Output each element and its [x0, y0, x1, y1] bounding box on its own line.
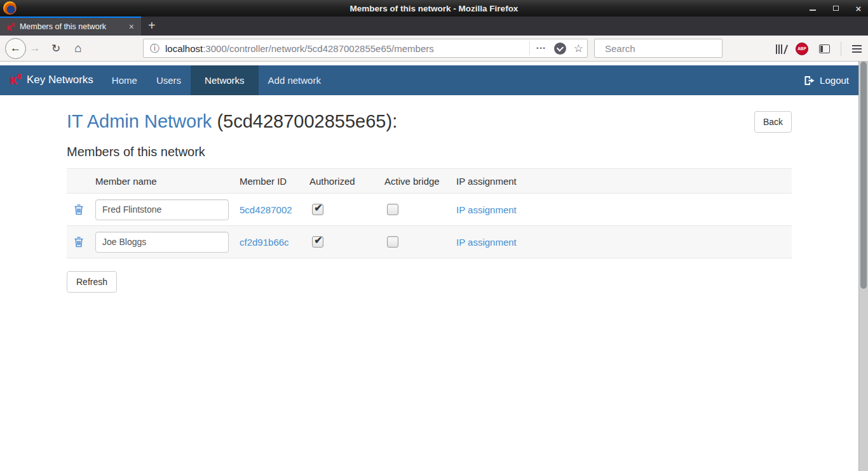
- header-active-bridge: Active bridge: [384, 176, 456, 187]
- refresh-button[interactable]: Refresh: [67, 271, 117, 293]
- window-titlebar: Members of this network - Mozilla Firefo…: [0, 0, 868, 17]
- heading-row: IT Admin Network (5cd4287002855e65): Bac…: [67, 110, 792, 133]
- authorized-checkbox[interactable]: ✔: [312, 204, 323, 215]
- url-path: :3000/controller/network/5cd4287002855e6…: [203, 43, 434, 54]
- nav-items: Home Users Networks Add network: [102, 65, 330, 95]
- sidebar-toggle-icon[interactable]: [819, 44, 830, 53]
- logout-button[interactable]: Logout: [804, 65, 849, 95]
- nav-item-users[interactable]: Users: [147, 65, 191, 95]
- forward-button[interactable]: →: [26, 42, 44, 55]
- restore-button[interactable]: [831, 4, 840, 13]
- app-navbar: ĸ0 Key Networks Home Users Networks Add …: [0, 65, 858, 95]
- header-ip-assignment: IP assignment: [456, 176, 792, 187]
- member-name-input[interactable]: [95, 232, 229, 253]
- network-name-link[interactable]: IT Admin Network: [67, 111, 212, 131]
- url-text[interactable]: localhost:3000/controller/network/5cd428…: [165, 43, 529, 54]
- page-scrollbar[interactable]: [858, 62, 868, 471]
- toolbar-separator: [841, 42, 841, 56]
- tab-title: Members of this network: [20, 22, 127, 31]
- browser-tab[interactable]: ĸ0 Members of this network ×: [0, 17, 141, 36]
- table-row: cf2d91b66c ✔ IP assignment: [67, 226, 792, 258]
- bookmark-star-icon[interactable]: ☆: [574, 42, 583, 55]
- brand[interactable]: ĸ0 Key Networks: [0, 73, 93, 87]
- ip-assignment-link[interactable]: IP assignment: [456, 204, 517, 215]
- window-controls: ×: [808, 0, 863, 17]
- delete-member-button[interactable]: [74, 204, 84, 215]
- logout-icon: [804, 76, 815, 86]
- back-page-button[interactable]: Back: [754, 111, 792, 133]
- search-input[interactable]: [605, 43, 731, 54]
- nav-item-home[interactable]: Home: [102, 65, 147, 95]
- site-favicon-key-icon: ĸ0: [6, 22, 15, 32]
- url-bar[interactable]: ⓘ localhost:3000/controller/network/5cd4…: [143, 39, 588, 58]
- reload-button[interactable]: ↻: [46, 42, 65, 55]
- member-id-link[interactable]: cf2d91b66c: [240, 237, 289, 248]
- table-row: 5cd4287002 ✔ IP assignment: [67, 194, 792, 226]
- delete-member-button[interactable]: [74, 236, 84, 248]
- key-networks-logo-icon: ĸ0: [10, 73, 22, 87]
- minimize-button[interactable]: [808, 4, 817, 13]
- member-id-link[interactable]: 5cd4287002: [240, 204, 292, 215]
- page-actions: ••• ☆: [529, 41, 583, 55]
- header-member-name: Member name: [95, 176, 240, 187]
- adblock-plus-icon[interactable]: ABP: [796, 43, 808, 55]
- content-area: IT Admin Network (5cd4287002855e65): Bac…: [0, 95, 858, 293]
- ip-assignment-link[interactable]: IP assignment: [456, 237, 517, 248]
- library-icon[interactable]: [776, 44, 785, 54]
- page-title: IT Admin Network (5cd4287002855e65):: [67, 110, 397, 132]
- toolbar-right-icons: ABP: [776, 36, 862, 62]
- firefox-logo-icon: [3, 1, 17, 15]
- url-host: localhost: [165, 43, 203, 54]
- section-title: Members of this network: [67, 145, 792, 159]
- table-header-row: Member name Member ID Authorized Active …: [67, 168, 792, 194]
- active-bridge-checkbox[interactable]: [387, 236, 398, 248]
- page-actions-menu-icon[interactable]: •••: [536, 45, 546, 51]
- new-tab-button[interactable]: +: [141, 17, 163, 36]
- firefox-window: Members of this network - Mozilla Firefo…: [0, 0, 868, 471]
- tab-bar: ĸ0 Members of this network × +: [0, 17, 868, 36]
- trash-icon: [74, 204, 84, 215]
- member-name-input[interactable]: [95, 199, 229, 220]
- home-button[interactable]: ⌂: [68, 41, 88, 55]
- nav-item-networks[interactable]: Networks: [191, 65, 259, 95]
- menu-hamburger-icon[interactable]: [852, 45, 862, 53]
- trash-icon: [74, 236, 84, 248]
- site-info-icon[interactable]: ⓘ: [150, 43, 159, 55]
- back-button[interactable]: ←: [5, 38, 26, 59]
- logout-label: Logout: [820, 75, 849, 86]
- header-member-id: Member ID: [240, 176, 309, 187]
- header-authorized: Authorized: [309, 176, 384, 187]
- nav-item-add-network[interactable]: Add network: [259, 65, 330, 95]
- navigation-toolbar: ← → ↻ ⌂ ⓘ localhost:3000/controller/netw…: [0, 36, 868, 62]
- members-table: Member name Member ID Authorized Active …: [67, 168, 792, 258]
- authorized-checkbox[interactable]: ✔: [312, 236, 323, 248]
- tab-close-icon[interactable]: ×: [127, 22, 136, 32]
- brand-name: Key Networks: [27, 74, 93, 86]
- page-viewport: ĸ0 Key Networks Home Users Networks Add …: [0, 62, 858, 471]
- search-bar[interactable]: [594, 39, 722, 58]
- pocket-icon[interactable]: [554, 43, 566, 55]
- scrollbar-thumb[interactable]: [860, 62, 867, 289]
- active-bridge-checkbox[interactable]: [387, 204, 398, 215]
- close-window-button[interactable]: ×: [854, 4, 863, 13]
- network-id: (5cd4287002855e65):: [212, 111, 397, 131]
- window-title: Members of this network - Mozilla Firefo…: [0, 4, 868, 13]
